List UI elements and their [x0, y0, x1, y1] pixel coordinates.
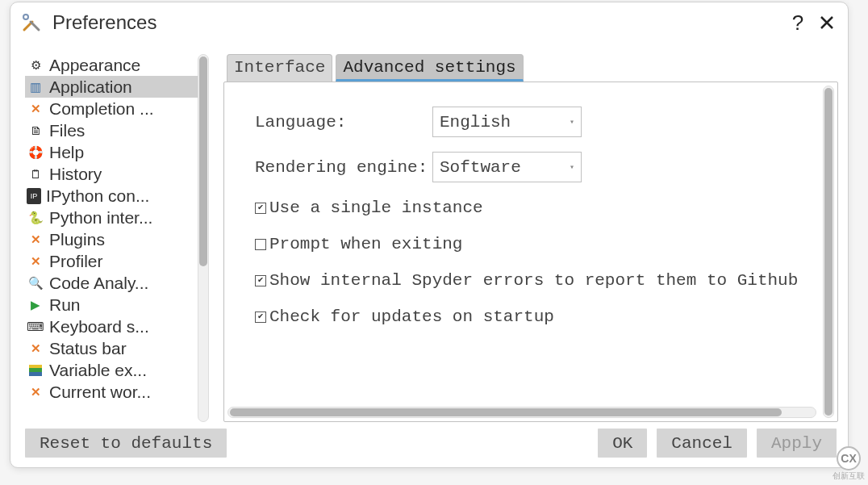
sidebar-item-run[interactable]: ▶Run	[25, 294, 198, 316]
sidebar-item-help[interactable]: 🛟Help	[25, 141, 198, 163]
sidebar-item-code-analy[interactable]: 🔍Code Analy...	[25, 272, 198, 294]
language-value: English	[440, 113, 511, 132]
chevron-down-icon: ▾	[570, 117, 574, 127]
sidebar-item-label: Variable ex...	[49, 361, 147, 380]
bars-icon	[27, 362, 44, 378]
run-icon: ▶	[27, 297, 44, 313]
category-sidebar: ⚙Appearance▥Application✕Completion ...🗎F…	[25, 54, 198, 422]
prompt-exit-label: Prompt when exiting	[269, 235, 462, 253]
sidebar-item-label: Code Analy...	[49, 274, 148, 293]
sidebar-item-label: Keyboard s...	[49, 317, 149, 337]
x-orange-icon: ✕	[27, 101, 44, 117]
python-icon: 🐍	[27, 210, 44, 226]
check-updates-checkbox[interactable]	[255, 311, 266, 323]
rendering-label: Rendering engine:	[255, 158, 432, 177]
scrollbar-thumb[interactable]	[230, 408, 782, 416]
sidebar-item-appearance[interactable]: ⚙Appearance	[25, 54, 198, 76]
sidebar-item-label: Current wor...	[49, 383, 151, 402]
sidebar-item-label: Status bar	[49, 339, 127, 358]
sidebar-item-python-inter[interactable]: 🐍Python inter...	[25, 207, 198, 228]
language-dropdown[interactable]: English ▾	[432, 107, 582, 137]
sidebar-item-completion[interactable]: ✕Completion ...	[25, 98, 198, 119]
panel-hscrollbar[interactable]	[227, 407, 816, 418]
app-icon: ▥	[27, 79, 44, 95]
dialog-title: Preferences	[52, 11, 783, 34]
file-icon: 🗎	[27, 123, 44, 139]
sidebar-item-label: Help	[49, 143, 84, 162]
check-updates-label: Check for updates on startup	[269, 307, 554, 326]
cancel-button[interactable]: Cancel	[657, 429, 747, 458]
sidebar-item-variable-ex[interactable]: Variable ex...	[25, 359, 198, 381]
sidebar-item-label: Python inter...	[49, 208, 152, 228]
sidebar-item-label: Appearance	[49, 56, 140, 75]
prompt-exit-checkbox[interactable]	[255, 239, 266, 250]
single-instance-checkbox[interactable]	[255, 203, 266, 214]
sidebar-item-history[interactable]: 🗒History	[25, 163, 198, 185]
preferences-dialog: Preferences ? ⚙Appearance▥Application✕Co…	[10, 2, 849, 468]
svg-point-0	[23, 15, 28, 19]
x-orange-icon: ✕	[27, 384, 44, 400]
scrollbar-thumb[interactable]	[824, 88, 833, 416]
tabs: InterfaceAdvanced settings	[223, 54, 838, 82]
sidebar-item-label: Completion ...	[49, 99, 154, 119]
sidebar-item-application[interactable]: ▥Application	[25, 76, 198, 98]
tab-interface[interactable]: Interface	[227, 54, 332, 82]
panel-vscrollbar[interactable]	[823, 86, 834, 418]
sidebar-item-plugins[interactable]: ✕Plugins	[25, 228, 198, 250]
x-orange-icon: ✕	[27, 253, 44, 270]
tools-icon	[20, 11, 43, 34]
sidebar-item-ipython-con[interactable]: IPIPython con...	[25, 185, 198, 207]
sidebar-item-label: IPython con...	[46, 186, 149, 206]
tab-advanced-settings[interactable]: Advanced settings	[336, 54, 523, 82]
language-label: Language:	[255, 113, 432, 132]
chevron-down-icon: ▾	[570, 162, 574, 172]
titlebar: Preferences ?	[10, 2, 848, 48]
reset-defaults-button[interactable]: Reset to defaults	[25, 429, 227, 458]
ok-button[interactable]: OK	[598, 429, 647, 458]
sidebar-item-label: Plugins	[49, 230, 105, 249]
search-icon: 🔍	[27, 275, 44, 291]
sidebar-item-files[interactable]: 🗎Files	[25, 119, 198, 141]
rendering-dropdown[interactable]: Software ▾	[432, 152, 582, 182]
settings-panel: Language: English ▾ Rendering engine: So…	[224, 82, 820, 421]
x-orange-icon: ✕	[27, 232, 44, 248]
close-button[interactable]	[812, 8, 841, 37]
keyboard-icon: ⌨	[27, 319, 44, 335]
rendering-value: Software	[440, 158, 521, 177]
watermark: CX 创新互联	[833, 446, 865, 482]
sidebar-item-profiler[interactable]: ✕Profiler	[25, 250, 198, 272]
sidebar-item-label: History	[49, 165, 102, 184]
sidebar-item-label: Files	[49, 121, 85, 140]
watermark-logo-icon: CX	[837, 446, 861, 470]
show-errors-checkbox[interactable]	[255, 275, 266, 286]
scrollbar-thumb[interactable]	[199, 56, 207, 266]
sidebar-scrollbar[interactable]	[198, 54, 209, 422]
sidebar-item-current-wor[interactable]: ✕Current wor...	[25, 381, 198, 403]
show-errors-label: Show internal Spyder errors to report th…	[269, 271, 798, 290]
help-icon: 🛟	[27, 144, 44, 161]
apply-button[interactable]: Apply	[757, 429, 837, 458]
x-orange-icon: ✕	[27, 341, 44, 357]
gear-icon: ⚙	[27, 57, 44, 73]
ipython-icon: IP	[27, 188, 41, 204]
sidebar-item-keyboard-s[interactable]: ⌨Keyboard s...	[25, 316, 198, 337]
sidebar-item-status-bar[interactable]: ✕Status bar	[25, 337, 198, 359]
history-icon: 🗒	[27, 166, 44, 182]
sidebar-item-label: Application	[49, 77, 132, 97]
sidebar-item-label: Run	[49, 295, 81, 315]
sidebar-item-label: Profiler	[49, 252, 103, 271]
watermark-text: 创新互联	[833, 470, 865, 482]
help-button[interactable]: ?	[783, 8, 812, 37]
single-instance-label: Use a single instance	[269, 199, 483, 217]
